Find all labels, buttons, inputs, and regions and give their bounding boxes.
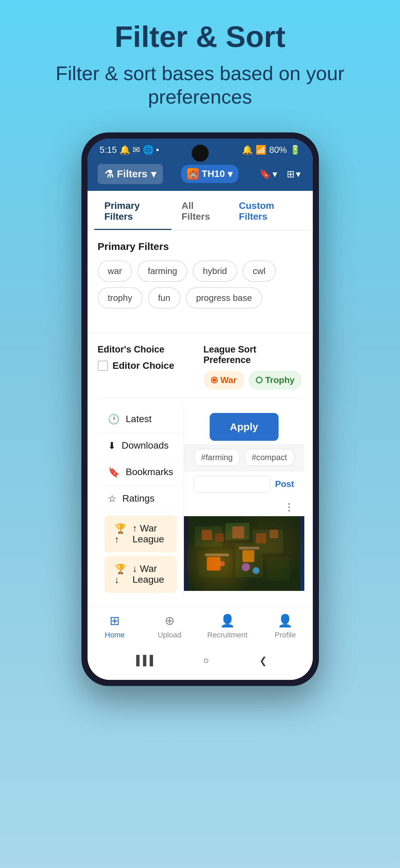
sort-bookmarks[interactable]: 🔖 Bookmarks [98, 459, 184, 486]
radio-war-label: War [221, 375, 237, 385]
league-sort-col: League Sort Preference War Trophy [204, 344, 303, 390]
divider-2 [98, 398, 303, 398]
chip-trophy[interactable]: trophy [98, 287, 142, 309]
header-actions: 🔖 ▾ ⊞ ▾ [257, 166, 303, 182]
tag-farming: #farming [194, 449, 240, 466]
nav-home-label: Home [105, 631, 125, 639]
wifi-icon: 📶 [255, 145, 266, 155]
status-right: 🔔 📶 80% 🔋 [242, 145, 300, 155]
base-image [184, 516, 304, 591]
filter-chips-row2: trophy fun progress base [98, 287, 303, 309]
latest-icon: 🕐 [108, 414, 120, 425]
editor-choice-checkbox-row: Editor Choice [98, 360, 197, 371]
bookmark-chevron-icon: ▾ [272, 168, 277, 180]
two-col-section: Editor's Choice Editor Choice League Sor… [98, 344, 303, 390]
phone-screen: 5:15 🔔 ✉ 🌐 • 🔔 📶 80% 🔋 ⚗ Filters ▾ 🏰 TH1… [88, 139, 313, 680]
tab-primary-filters[interactable]: Primary Filters [94, 191, 172, 230]
tab-custom-filters-label: Custom Filters [239, 200, 274, 222]
nav-recruitment-label: Recruitment [207, 631, 248, 639]
chip-cwl[interactable]: cwl [243, 260, 276, 282]
nav-recruitment[interactable]: 👤 Recruitment [207, 614, 248, 639]
chip-hybrid[interactable]: hybrid [193, 260, 237, 282]
th-selector-button[interactable]: 🏰 TH10 ▾ [181, 165, 238, 183]
th-label: TH10 [202, 168, 225, 179]
tab-bar: Primary Filters All Filters Custom Filte… [88, 191, 313, 231]
system-nav: ▐▐▐ ○ ❮ [88, 645, 313, 680]
status-left: 5:15 🔔 ✉ 🌐 • [100, 145, 159, 155]
sort-ratings[interactable]: ☆ Ratings [98, 486, 184, 512]
sort-latest-label: Latest [126, 414, 152, 424]
tab-primary-filters-label: Primary Filters [104, 200, 140, 222]
back-button[interactable]: ❮ [252, 652, 274, 670]
bookmark-button[interactable]: 🔖 ▾ [257, 166, 279, 182]
tag-compact: #compact [245, 449, 294, 466]
camera-notch [192, 145, 209, 162]
bottom-nav: ⊞ Home ⊕ Upload 👤 Recruitment 👤 Profile [88, 607, 313, 645]
hero-title: Filter & Sort [115, 20, 286, 53]
nav-home[interactable]: ⊞ Home [98, 614, 132, 639]
nav-profile[interactable]: 👤 Profile [268, 614, 302, 639]
right-content-col: Apply #farming #compact Post ⋮ [184, 406, 304, 596]
battery-icon: 🔋 [290, 145, 301, 155]
editor-choice-checkbox[interactable] [98, 361, 108, 371]
sort-latest[interactable]: 🕐 Latest [98, 406, 184, 433]
primary-filters-title: Primary Filters [98, 241, 303, 252]
war-league-asc-icon: 🏆↑ [115, 523, 127, 545]
profile-icon: 👤 [278, 614, 293, 628]
filter-chips: war farming hybrid cwl [98, 260, 303, 282]
status-time: 5:15 [100, 145, 117, 155]
sort-war-league-desc[interactable]: 🏆↓ ↓ War League [104, 556, 177, 593]
downloads-icon: ⬇ [108, 440, 116, 451]
apply-button[interactable]: Apply [210, 413, 279, 441]
filter-label: Filters [117, 168, 148, 180]
nav-upload-label: Upload [158, 631, 182, 639]
sort-downloads[interactable]: ⬇ Downloads [98, 433, 184, 459]
filter-chevron-icon: ▾ [151, 168, 156, 180]
grid-button[interactable]: ⊞ ▾ [285, 166, 303, 182]
more-options-icon[interactable]: ⋮ [184, 498, 304, 516]
base-overlay [184, 516, 304, 591]
hero-subtitle: Filter & sort bases based on your prefer… [0, 61, 400, 109]
upload-icon: ⊕ [165, 614, 175, 628]
tags-row: #farming #compact [184, 444, 304, 471]
comment-row: Post [184, 471, 304, 498]
nav-profile-label: Profile [275, 631, 296, 639]
chip-war[interactable]: war [98, 260, 132, 282]
ratings-icon: ☆ [108, 493, 116, 504]
tab-custom-filters[interactable]: Custom Filters [229, 191, 306, 230]
radio-trophy[interactable]: Trophy [248, 371, 302, 390]
sort-war-league-asc[interactable]: 🏆↑ ↑ War League [104, 516, 177, 553]
radio-trophy-label: Trophy [265, 375, 295, 385]
radio-war-dot [211, 377, 218, 383]
radio-war[interactable]: War [204, 371, 244, 390]
editors-choice-title: Editor's Choice [98, 344, 197, 355]
war-league-desc-icon: 🏆↓ [115, 563, 127, 585]
radio-trophy-dot [256, 377, 263, 383]
th-icon: 🏰 [187, 168, 199, 180]
primary-filters-content: Primary Filters war farming hybrid cwl t… [88, 231, 313, 324]
sort-war-league-asc-label: ↑ War League [133, 523, 167, 545]
league-sort-title: League Sort Preference [204, 344, 303, 365]
tab-all-filters[interactable]: All Filters [171, 191, 229, 230]
recent-apps-button[interactable]: ▐▐▐ [126, 652, 160, 669]
sort-area: 🕐 Latest ⬇ Downloads 🔖 Bookmarks ☆ Ratin… [98, 406, 303, 596]
editors-choice-section: Editor's Choice Editor Choice League Sor… [88, 341, 313, 607]
home-button[interactable]: ○ [196, 652, 216, 669]
chip-progress-base[interactable]: progress base [186, 287, 262, 309]
editor-choice-label: Editor Choice [113, 360, 174, 371]
post-button[interactable]: Post [275, 479, 294, 489]
comment-input[interactable] [194, 476, 270, 493]
recruitment-icon: 👤 [220, 614, 235, 628]
alarm-icon: 🔔 [242, 145, 253, 155]
bookmarks-icon: 🔖 [108, 467, 120, 478]
chip-farming[interactable]: farming [137, 260, 187, 282]
chip-fun[interactable]: fun [148, 287, 180, 309]
editors-choice-col: Editor's Choice Editor Choice [98, 344, 197, 390]
app-header: ⚗ Filters ▾ 🏰 TH10 ▾ 🔖 ▾ ⊞ ▾ [88, 159, 313, 191]
signal-icons: 🔔 ✉ 🌐 • [119, 145, 159, 155]
sort-ratings-label: Ratings [122, 493, 155, 504]
phone-shell: 5:15 🔔 ✉ 🌐 • 🔔 📶 80% 🔋 ⚗ Filters ▾ 🏰 TH1… [81, 132, 319, 686]
filter-icon: ⚗ [104, 168, 114, 180]
nav-upload[interactable]: ⊕ Upload [153, 614, 187, 639]
filter-button[interactable]: ⚗ Filters ▾ [98, 164, 163, 184]
